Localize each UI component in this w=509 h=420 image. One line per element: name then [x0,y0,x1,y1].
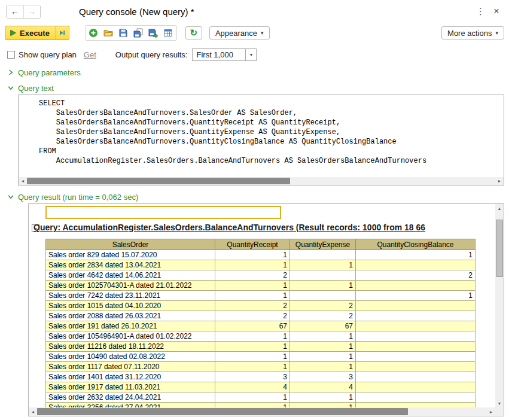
new-query-button[interactable] [86,26,101,39]
column-header[interactable]: QuantityExpense [290,239,356,250]
table-cell[interactable]: 1 [215,281,290,291]
table-cell[interactable]: 4 [290,382,356,392]
section-query-result[interactable]: Query result (run time = 0,062 sec) [7,191,138,202]
table-cell[interactable]: 1 [215,342,290,352]
save-query-to-file-button[interactable] [146,26,161,39]
table-cell[interactable]: Sales order 10490 dated 02.08.2022 [46,352,215,362]
table-cell[interactable]: 1 [290,331,356,342]
table-cell[interactable] [290,291,356,301]
table-cell[interactable]: Sales order 829 dated 15.07.2020 [46,250,215,260]
table-cell[interactable]: 1 [215,352,290,362]
code-horizontal-scrollbar[interactable]: ◄ ► [19,177,504,185]
table-cell[interactable]: 1 [215,392,290,403]
table-view-button[interactable] [161,26,176,39]
table-cell[interactable]: Sales order 7242 dated 23.11.2021 [46,291,215,301]
table-cell[interactable]: 2 [215,311,290,321]
table-cell[interactable]: 1 [290,392,356,403]
table-row[interactable]: Sales order 1401 dated 31.12.202033 [46,372,476,382]
table-row[interactable]: Sales order 1117 dated 07.11.202011 [46,362,476,372]
result-horizontal-scrollbar[interactable]: ◄ ► [29,407,495,416]
table-cell[interactable]: 4 [215,382,290,392]
scroll-left-icon[interactable]: ◄ [19,177,27,185]
table-row[interactable]: Sales order 2834 dated 13.04.202111 [46,260,476,270]
table-cell[interactable]: Sales order 1917 dated 11.03.2021 [46,382,215,392]
table-cell[interactable]: 1 [290,281,356,291]
table-cell[interactable]: 1 [290,352,356,362]
table-cell[interactable] [356,352,476,362]
table-cell[interactable]: 1 [215,331,290,342]
scroll-up-icon[interactable]: ▲ [495,204,504,212]
result-vertical-scrollbar[interactable]: ▲ ▼ [495,204,504,407]
scrollbar-thumb[interactable] [27,178,290,184]
table-row[interactable]: Sales order 11216 dated 18.11.202211 [46,342,476,352]
scroll-right-icon[interactable]: ► [487,408,495,416]
table-cell[interactable] [356,321,476,331]
table-row[interactable]: Sales order 4642 dated 14.06.202122 [46,270,476,281]
table-cell[interactable]: Sales order 1054964901-A dated 01.02.202… [46,331,215,342]
table-row[interactable]: Sales order 1917 dated 11.03.202144 [46,382,476,392]
section-query-text[interactable]: Query text [7,83,54,93]
table-cell[interactable] [356,382,476,392]
table-cell[interactable] [356,301,476,311]
table-cell[interactable] [290,250,356,260]
table-cell[interactable]: Sales order 191 dated 26.10.2021 [46,321,215,331]
more-actions-button[interactable]: More actions ▾ [441,26,504,39]
section-query-parameters[interactable]: Query parameters [7,67,81,78]
table-cell[interactable]: 1 [215,362,290,372]
save-query-button[interactable] [116,26,131,39]
show-query-plan-checkbox[interactable] [7,51,15,59]
table-cell[interactable]: Sales order 2632 dated 24.04.2021 [46,392,215,403]
scroll-right-icon[interactable]: ► [495,177,504,185]
appearance-button[interactable]: Appearance ▾ [209,26,270,39]
table-row[interactable]: Sales order 10490 dated 02.08.202211 [46,352,476,362]
query-text-editor[interactable]: SELECT SalesOrdersBalanceAndTurnovers.Sa… [18,95,504,185]
table-cell[interactable]: Sales order 1117 dated 07.11.2020 [46,362,215,372]
scrollbar-thumb[interactable] [496,220,503,277]
selected-cell-highlight[interactable] [45,206,281,219]
table-cell[interactable] [356,311,476,321]
table-cell[interactable]: 67 [290,321,356,331]
execute-step-button[interactable] [56,26,69,40]
table-row[interactable]: Sales order 1054964901-A dated 01.02.202… [46,331,476,342]
table-cell[interactable] [356,331,476,342]
refresh-button[interactable]: ↻ [185,26,202,39]
table-cell[interactable]: Sales order 4642 dated 14.06.2021 [46,270,215,281]
table-cell[interactable]: 1 [290,260,356,270]
table-cell[interactable]: 1 [215,250,290,260]
table-cell[interactable]: 67 [215,321,290,331]
back-icon[interactable]: ← [7,5,23,18]
execute-button[interactable]: Execute [5,26,56,40]
table-cell[interactable]: 2 [215,301,290,311]
table-cell[interactable]: 1 [290,362,356,372]
scroll-down-icon[interactable]: ▼ [495,399,504,407]
column-header[interactable]: QuantityClosingBalance [356,239,476,250]
open-query-button[interactable] [101,26,116,39]
scroll-left-icon[interactable]: ◄ [29,408,37,416]
table-cell[interactable] [356,342,476,352]
table-cell[interactable] [356,260,476,270]
forward-icon[interactable]: → [23,5,40,18]
table-row[interactable]: Sales order 1025704301-A dated 21.01.202… [46,281,476,291]
table-cell[interactable]: 2 [356,270,476,281]
table-row[interactable]: Sales order 829 dated 15.07.202011 [46,250,476,260]
table-cell[interactable] [290,270,356,281]
table-cell[interactable]: 3 [215,372,290,382]
kebab-menu-icon[interactable]: ⋮ [471,6,490,17]
table-cell[interactable] [356,281,476,291]
column-header[interactable]: SalesOrder [46,239,215,250]
table-row[interactable]: Sales order 191 dated 26.10.20216767 [46,321,476,331]
table-cell[interactable] [356,362,476,372]
table-row[interactable]: Sales order 2088 dated 26.03.202122 [46,311,476,321]
get-link[interactable]: Get [84,50,96,59]
table-cell[interactable]: Sales order 1015 dated 04.10.2020 [46,301,215,311]
column-header[interactable]: QuantityReceipt [215,239,290,250]
table-row[interactable]: Sales order 2632 dated 24.04.202111 [46,392,476,403]
table-cell[interactable]: 1 [215,260,290,270]
scrollbar-thumb[interactable] [37,408,408,415]
table-cell[interactable]: 2 [290,301,356,311]
table-cell[interactable]: Sales order 2834 dated 13.04.2021 [46,260,215,270]
table-cell[interactable]: 3 [290,372,356,382]
table-cell[interactable]: Sales order 11216 dated 18.11.2022 [46,342,215,352]
save-query-as-button[interactable] [131,26,146,39]
table-cell[interactable]: 2 [215,270,290,281]
